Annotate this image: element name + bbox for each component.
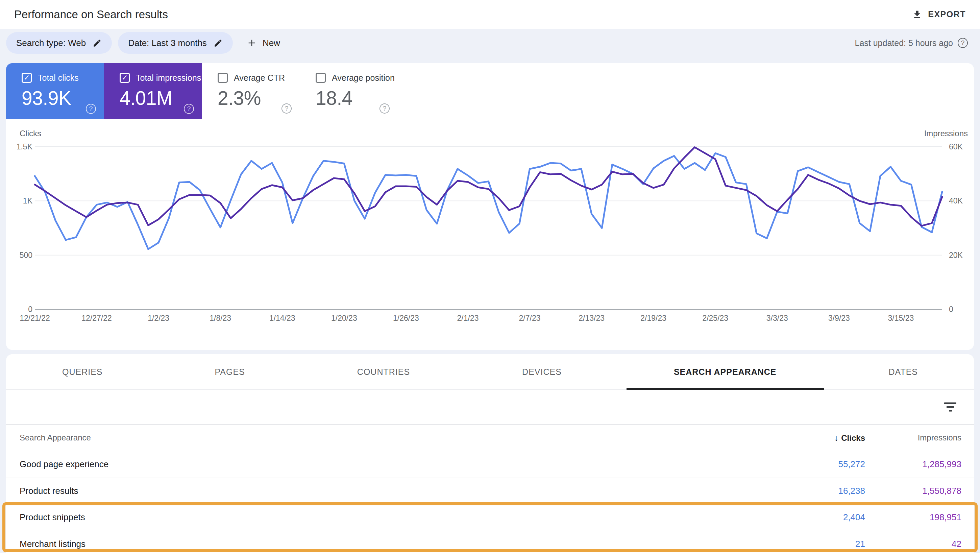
left-axis-tick: 1.5K (17, 142, 33, 151)
x-axis-tick: 3/3/23 (767, 314, 788, 322)
filter-chip-search-type-web[interactable]: Search type: Web (6, 32, 112, 54)
x-axis-tick: 1/26/23 (393, 314, 419, 322)
row-dimension-label: Merchant listings (6, 539, 764, 549)
metric-cards-row: ✓Total clicks93.9K?✓Total impressions4.0… (6, 63, 974, 120)
filter-chip-date-last-3-months[interactable]: Date: Last 3 months (118, 32, 233, 54)
row-impressions-value: 42 (865, 539, 974, 549)
page-title: Performance on Search results (14, 8, 168, 21)
column-header-impressions[interactable]: Impressions (865, 433, 974, 443)
x-axis-tick: 1/8/23 (210, 314, 231, 322)
filter-icon[interactable] (944, 403, 956, 412)
performance-chart-card: ✓Total clicks93.9K?✓Total impressions4.0… (6, 63, 974, 350)
last-updated: Last updated: 5 hours ago ? (854, 38, 968, 48)
metric-card-label: Total impressions (136, 73, 201, 83)
table-body: Good page experience55,2721,285,993Produ… (6, 451, 974, 553)
x-axis-tick: 2/13/23 (579, 314, 605, 322)
row-impressions-value: 1,285,993 (865, 459, 974, 470)
tab-queries[interactable]: QUERIES (6, 354, 159, 389)
metric-card-total-impressions[interactable]: ✓Total impressions4.01M? (104, 63, 202, 120)
x-axis-tick: 1/2/23 (148, 314, 169, 322)
results-table-card: QUERIESPAGESCOUNTRIESDEVICESSEARCH APPEA… (6, 354, 974, 553)
left-axis-tick: 1K (23, 196, 33, 205)
help-icon[interactable]: ? (282, 104, 292, 113)
left-axis-tick: 0 (28, 305, 32, 314)
new-filter-button[interactable]: New (247, 38, 280, 48)
table-row-product-results[interactable]: Product results16,2381,550,878 (6, 478, 974, 504)
metric-card-average-position[interactable]: Average position18.4? (300, 63, 398, 120)
table-row-good-page-experience[interactable]: Good page experience55,2721,285,993 (6, 451, 974, 478)
left-axis-tick: 500 (20, 251, 32, 260)
checkbox-checked-icon[interactable]: ✓ (22, 73, 32, 83)
left-axis-title: Clicks (20, 129, 41, 138)
right-axis-tick: 0 (949, 305, 953, 314)
help-icon[interactable]: ? (184, 104, 194, 114)
pencil-icon (213, 38, 223, 48)
metric-card-label: Average CTR (234, 73, 285, 83)
app-header: Performance on Search results EXPORT (0, 0, 980, 29)
help-icon[interactable]: ? (380, 104, 390, 113)
chip-label: Search type: Web (16, 38, 86, 48)
table-header: Search Appearance ↓Clicks Impressions (6, 425, 974, 451)
row-impressions-value: 1,550,878 (865, 486, 974, 496)
sort-desc-icon: ↓ (834, 433, 838, 443)
export-button[interactable]: EXPORT (912, 10, 966, 20)
x-axis-tick: 2/19/23 (640, 314, 667, 322)
x-axis-tick: 12/27/22 (81, 314, 112, 322)
metric-card-label: Total clicks (38, 73, 79, 83)
plus-icon (247, 38, 257, 48)
table-row-merchant-listings[interactable]: Merchant listings2142 (6, 531, 974, 553)
x-axis-tick: 3/9/23 (828, 314, 850, 322)
metric-card-total-clicks[interactable]: ✓Total clicks93.9K? (6, 63, 104, 120)
download-icon (912, 10, 922, 20)
metric-card-average-ctr[interactable]: Average CTR2.3%? (202, 63, 300, 120)
right-axis-tick: 60K (949, 142, 963, 151)
filter-chips: Search type: WebDate: Last 3 months (6, 32, 239, 54)
right-axis-tick: 20K (949, 251, 963, 260)
help-icon[interactable]: ? (86, 104, 96, 114)
x-axis-tick: 12/21/22 (20, 314, 50, 322)
row-clicks-value: 21 (764, 539, 865, 549)
help-icon[interactable]: ? (958, 38, 968, 48)
x-axis-tick: 1/20/23 (331, 314, 357, 322)
checkbox-unchecked-icon[interactable] (316, 73, 326, 83)
checkbox-checked-icon[interactable]: ✓ (119, 73, 130, 83)
row-clicks-value: 16,238 (764, 486, 865, 496)
row-dimension-label: Good page experience (6, 459, 764, 470)
row-clicks-value: 2,404 (764, 512, 865, 523)
chip-label: Date: Last 3 months (128, 38, 207, 48)
column-header-clicks[interactable]: ↓Clicks (764, 433, 865, 443)
tab-countries[interactable]: COUNTRIES (301, 354, 466, 389)
filter-controls: Search type: WebDate: Last 3 months New … (6, 32, 968, 54)
tab-search-appearance[interactable]: SEARCH APPEARANCE (618, 354, 833, 389)
new-filter-label: New (262, 38, 280, 48)
table-row-product-snippets[interactable]: Product snippets2,404198,951 (6, 504, 974, 531)
performance-line-chart[interactable]: 1.5K60K1K40K50020K00ClicksImpressions12/… (6, 120, 974, 350)
pencil-icon (92, 38, 102, 48)
row-dimension-label: Product snippets (6, 512, 764, 523)
row-clicks-value: 55,272 (764, 459, 865, 470)
row-impressions-value: 198,951 (865, 512, 974, 523)
x-axis-tick: 1/14/23 (269, 314, 295, 322)
row-dimension-label: Product results (6, 486, 764, 496)
tab-dates[interactable]: DATES (833, 354, 974, 389)
tab-devices[interactable]: DEVICES (466, 354, 618, 389)
last-updated-text: Last updated: 5 hours ago (854, 38, 953, 48)
column-header-dimension[interactable]: Search Appearance (6, 433, 764, 443)
right-axis-title: Impressions (924, 129, 968, 138)
results-tabs: QUERIESPAGESCOUNTRIESDEVICESSEARCH APPEA… (6, 354, 974, 390)
table-toolbar (6, 390, 974, 425)
right-axis-tick: 40K (949, 196, 963, 205)
x-axis-tick: 2/1/23 (457, 314, 479, 322)
checkbox-unchecked-icon[interactable] (218, 73, 228, 83)
x-axis-tick: 3/15/23 (888, 314, 914, 322)
x-axis-tick: 2/7/23 (519, 314, 541, 322)
metric-card-label: Average position (332, 73, 395, 83)
tab-pages[interactable]: PAGES (159, 354, 301, 389)
x-axis-tick: 2/25/23 (702, 314, 728, 322)
export-label: EXPORT (928, 10, 966, 19)
